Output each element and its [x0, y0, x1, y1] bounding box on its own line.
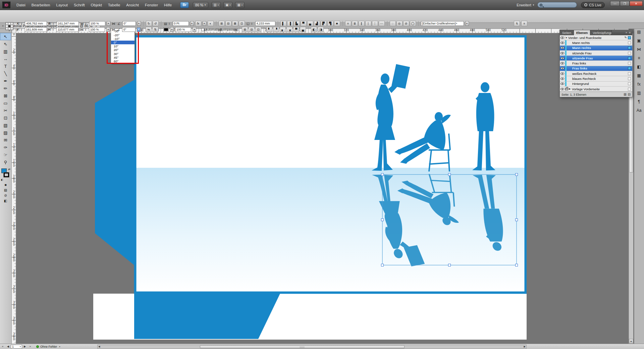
- x-stepper[interactable]: ▴▾: [21, 22, 23, 25]
- opacity-dropdown-button[interactable]: ▼: [193, 27, 196, 32]
- content-grabber-icon[interactable]: ⊟: [249, 27, 255, 32]
- scale-x-stepper[interactable]: ▴▾: [86, 22, 88, 25]
- y-stepper[interactable]: ▴▾: [21, 28, 23, 31]
- locked-layer-row[interactable]: ▶ Vorlage Vorderseite: [560, 87, 632, 92]
- constrain-proportions-icon[interactable]: ⋈: [80, 22, 84, 26]
- fill-frame-proportionally-icon[interactable]: ⊡: [239, 21, 245, 26]
- shear-angle-option[interactable]: 10°: [111, 44, 135, 48]
- default-fill-stroke-icon[interactable]: ◧: [1, 179, 3, 181]
- align-h-right-icon[interactable]: ▖: [280, 27, 286, 32]
- layer-row[interactable]: Mann rechts: [560, 46, 632, 51]
- align-middle-icon[interactable]: ▄: [307, 21, 313, 26]
- stroke-color-swatch[interactable]: [163, 28, 169, 32]
- visibility-eye-icon[interactable]: [560, 66, 565, 71]
- close-button[interactable]: ✕: [630, 1, 643, 6]
- document-spread[interactable]: [93, 35, 527, 340]
- gradient-band[interactable]: [136, 168, 525, 292]
- color-panel-icon[interactable]: ◧: [634, 62, 644, 71]
- eyedropper-tool[interactable]: ✑: [0, 144, 11, 151]
- stroke-color-dropdown-button[interactable]: ▼: [170, 27, 174, 32]
- control-panel-menu-icon[interactable]: ≡: [521, 21, 527, 26]
- arrange-documents-button[interactable]: ▦ ▾: [235, 2, 244, 8]
- menu-item[interactable]: Datei: [13, 2, 29, 8]
- visibility-eye-icon[interactable]: [560, 61, 565, 65]
- selection-tool[interactable]: ↖: [0, 33, 11, 40]
- fill-stroke-proxy[interactable]: ⇄ ◧: [0, 168, 11, 182]
- rectangle-frame-tool[interactable]: ⊠: [0, 92, 11, 99]
- new-layer-icon[interactable]: ⊞: [624, 93, 626, 96]
- info-panel-icon[interactable]: ▣: [634, 36, 644, 45]
- layer-selection-indicator[interactable]: [628, 67, 631, 70]
- note-tool[interactable]: ✉: [0, 136, 11, 144]
- visibility-eye-icon[interactable]: [560, 71, 565, 76]
- horizontal-scroll-thumb[interactable]: [200, 345, 405, 348]
- distribute-middle-icon[interactable]: ≣: [352, 21, 358, 26]
- menu-item[interactable]: Schrift: [71, 2, 88, 8]
- shear-angle-option[interactable]: 0°: [111, 41, 135, 44]
- x-position-field[interactable]: 408,762 mm: [25, 21, 47, 26]
- jump-object-icon[interactable]: ◯: [410, 21, 416, 26]
- free-transform-tool[interactable]: ⊡: [0, 114, 11, 121]
- y-position-field[interactable]: 161,609 mm: [25, 27, 47, 32]
- zoom-level-dropdown[interactable]: 86 % ▾: [193, 2, 208, 8]
- view-options-button[interactable]: ▥ ▾: [212, 2, 221, 8]
- rotation-dropdown-button[interactable]: ▼: [137, 21, 141, 26]
- minimize-button[interactable]: —: [610, 1, 620, 6]
- stroke-color-swatch[interactable]: [4, 172, 9, 177]
- menu-item[interactable]: Tabelle: [105, 2, 123, 8]
- previous-page-button[interactable]: ◀: [5, 344, 11, 349]
- align-bottom-icon[interactable]: ▟: [314, 21, 320, 26]
- gap-tool[interactable]: ↔: [0, 55, 11, 62]
- align-left-icon[interactable]: ▌: [280, 21, 286, 26]
- align-v-center-icon[interactable]: ▀: [293, 27, 299, 32]
- object-styles-panel-icon[interactable]: ▥: [634, 89, 644, 97]
- distribute-right-icon[interactable]: ■: [334, 21, 340, 26]
- visibility-eye-icon[interactable]: [560, 40, 565, 45]
- preflight-menu-icon[interactable]: ▾: [57, 344, 62, 349]
- align-center-h-icon[interactable]: ▐: [287, 21, 293, 26]
- selection-handle[interactable]: [448, 264, 451, 266]
- swap-fill-stroke-icon[interactable]: ⇄: [8, 168, 10, 171]
- swatches-panel-icon[interactable]: ▦: [634, 71, 644, 80]
- menu-item[interactable]: Fenster: [142, 2, 161, 8]
- layer-row[interactable]: Frau links: [560, 61, 632, 66]
- visibility-eye-icon[interactable]: [560, 56, 565, 60]
- shear-angle-option[interactable]: 20°: [111, 48, 135, 52]
- workspace-switcher[interactable]: Erweitert ▾: [514, 3, 537, 7]
- type-tool[interactable]: T: [0, 62, 11, 70]
- search-input[interactable]: [537, 2, 577, 8]
- select-container-icon[interactable]: ◧: [311, 27, 317, 32]
- select-content-icon[interactable]: ◨: [318, 27, 324, 32]
- align-top-icon[interactable]: ▀: [301, 21, 307, 26]
- layer-row[interactable]: Frau links: [560, 66, 632, 71]
- menu-item[interactable]: Hilfe: [161, 2, 175, 8]
- layer-row[interactable]: blaues Rechteck: [560, 76, 632, 81]
- layer-selection-indicator[interactable]: [628, 52, 631, 55]
- pasteboard[interactable]: [16, 33, 629, 344]
- no-text-wrap-icon[interactable]: ◌: [390, 21, 396, 26]
- constrain-proportions-icon[interactable]: ⋈: [80, 28, 84, 32]
- frame-fitting-icon[interactable]: ⊞: [242, 27, 248, 32]
- fit-frame-to-content-icon[interactable]: ⊟: [225, 21, 231, 26]
- scroll-down-icon[interactable]: ▼: [629, 339, 633, 344]
- layer-row[interactable]: Mann rechts: [560, 40, 632, 45]
- shear-angle-option[interactable]: 45°: [111, 56, 135, 59]
- selection-handle[interactable]: [381, 173, 384, 176]
- selection-handle[interactable]: [381, 219, 384, 221]
- link-scale-icon[interactable]: ⋈: [111, 28, 115, 32]
- width-stepper[interactable]: ▴▾: [53, 22, 55, 25]
- height-field[interactable]: 110,677 mm: [56, 27, 78, 32]
- object-style-dropdown-button[interactable]: ▼: [465, 21, 469, 26]
- next-page-button[interactable]: ▶: [22, 344, 28, 349]
- wrap-object-shape-icon[interactable]: ⊘: [403, 21, 409, 26]
- direct-selection-tool[interactable]: ⇖: [0, 40, 11, 48]
- align-h-center-icon[interactable]: ▝: [273, 27, 279, 32]
- layer-selection-indicator[interactable]: [628, 88, 631, 91]
- rectangle-tool[interactable]: ▭: [0, 99, 11, 107]
- layer-row[interactable]: weißes Rechteck: [560, 71, 632, 76]
- corner-radius-stepper[interactable]: ▴▾: [252, 22, 254, 25]
- left-flap-shape[interactable]: [95, 80, 134, 265]
- stroke-panel-icon[interactable]: ≡: [634, 54, 644, 62]
- link-scale-icon[interactable]: ⋈: [112, 22, 116, 26]
- hand-tool[interactable]: ☞: [0, 151, 11, 158]
